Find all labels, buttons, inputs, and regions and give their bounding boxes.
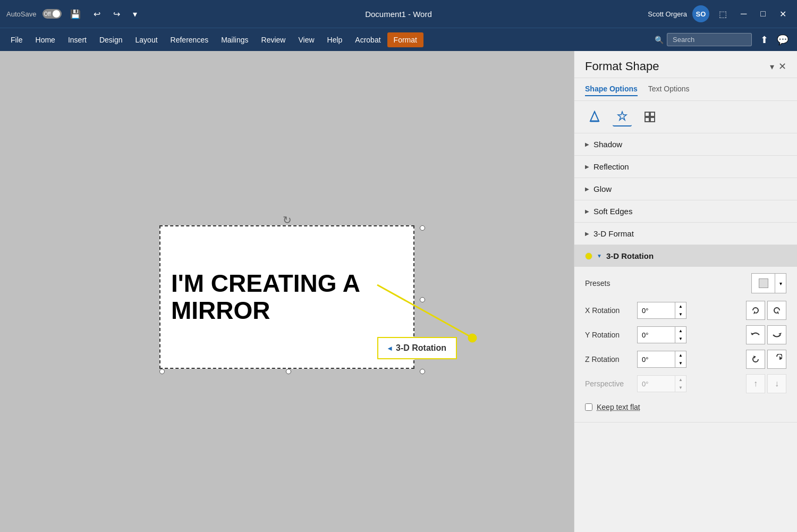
x-rotation-down[interactable]: ▼ [675,310,686,318]
z-rotation-up[interactable]: ▲ [675,351,686,359]
section-3d-format-header[interactable]: ▶ 3-D Format [574,223,797,244]
x-rotate-left-button[interactable] [746,301,765,320]
menu-help[interactable]: Help [321,32,349,47]
rotation-content: Presets ▾ X Rotation ▲ [574,267,797,422]
perspective-up-arrow-button[interactable]: ↑ [746,374,765,393]
keep-flat-row: Keep text flat [585,399,786,416]
tooltip-balloon: ◂ 3-D Rotation [377,337,457,359]
section-shadow: ▶ Shadow [574,133,797,156]
handle-mid-right[interactable] [420,297,425,302]
sidebar-collapse-button[interactable]: ▾ [770,61,774,72]
menu-home[interactable]: Home [29,32,62,47]
avatar-initials: SO [696,10,706,18]
z-rotate-counterclockwise-button[interactable] [746,350,765,369]
x-rotation-input[interactable] [638,302,675,318]
x-rotation-icon-btns [746,301,786,320]
text-box-content: I'M CREATING A MIRROR [171,270,360,324]
y-rotation-up[interactable]: ▲ [675,327,686,335]
y-rotate-left-button[interactable] [746,325,765,344]
section-reflection: ▶ Reflection [574,156,797,178]
document-canvas: ↻ I'M CREATING A MIRROR ◂ 3-D Rotation [0,51,574,532]
presets-preview [752,274,775,293]
tooltip-label: 3-D Rotation [396,343,446,353]
restore-button[interactable]: □ [756,7,770,21]
x-rotate-right-button[interactable] [767,301,786,320]
menu-file[interactable]: File [4,32,29,47]
y-rotation-down[interactable]: ▼ [675,335,686,343]
section-3d-rotation-header[interactable]: ▼ 3-D Rotation [574,245,797,267]
handle-bottom-left[interactable] [159,369,165,374]
z-rotation-input[interactable] [638,351,675,367]
minimize-button[interactable]: ─ [736,7,751,21]
z-rotation-input-group: ▲ ▼ [637,351,686,368]
keep-flat-checkbox[interactable] [585,403,592,411]
sidebar-tabs: Shape Options Text Options [574,78,797,101]
menu-acrobat[interactable]: Acrobat [349,32,387,47]
sidebar-icon-row [574,101,797,133]
section-shadow-header[interactable]: ▶ Shadow [574,133,797,155]
presets-dropdown-button[interactable]: ▾ [775,274,786,293]
close-button[interactable]: ✕ [775,7,791,21]
fill-line-icon-btn[interactable] [585,107,604,126]
menu-mailings[interactable]: Mailings [215,32,255,47]
autosave-toggle[interactable]: Off [43,9,62,19]
handle-bottom-right[interactable] [420,369,425,374]
redo-button[interactable]: ↪ [109,7,124,21]
tab-shape-options[interactable]: Shape Options [585,82,638,96]
perspective-down[interactable]: ▼ [675,384,686,392]
save-button[interactable]: 💾 [66,7,85,21]
menu-design[interactable]: Design [93,32,129,47]
presets-label: Presets [585,279,746,288]
perspective-input[interactable] [638,376,675,392]
glow-triangle-icon: ▶ [585,186,589,192]
tab-text-options[interactable]: Text Options [648,82,690,96]
avatar[interactable]: SO [692,5,709,22]
menu-insert[interactable]: Insert [62,32,93,47]
perspective-up[interactable]: ▲ [675,376,686,384]
y-rotation-icon-btns [746,325,786,344]
menu-layout[interactable]: Layout [129,32,164,47]
perspective-row: Perspective ▲ ▼ ↑ ↓ [585,374,786,393]
perspective-down-arrow-button[interactable]: ↓ [767,374,786,393]
handle-top-right[interactable] [420,225,425,231]
customize-qat-button[interactable]: ▾ [129,7,141,21]
share-button[interactable]: ⬆ [756,32,773,48]
menu-format[interactable]: Format [387,32,423,47]
handle-bottom-mid[interactable] [286,369,291,374]
svg-rect-4 [650,112,655,116]
yellow-dot-indicator [585,252,592,260]
y-rotation-row: Y Rotation ▲ ▼ [585,325,786,344]
svg-marker-10 [778,333,782,335]
rotate-handle[interactable]: ↻ [283,214,292,226]
text-box[interactable]: I'M CREATING A MIRROR [159,225,414,369]
layout-icon-btn[interactable] [640,107,659,126]
menu-review[interactable]: Review [255,32,292,47]
x-rotation-input-group: ▲ ▼ [637,302,686,319]
effects-icon-btn[interactable] [613,107,632,126]
z-rotate-clockwise-button[interactable] [767,350,786,369]
ribbon-display-button[interactable]: ⬚ [715,7,731,21]
3d-rotation-triangle-icon: ▼ [597,253,602,259]
section-soft-edges-header[interactable]: ▶ Soft Edges [574,200,797,222]
y-rotation-input[interactable] [638,327,675,343]
glow-label: Glow [593,184,612,193]
user-name: Scott Orgera [648,10,687,18]
z-rotation-row: Z Rotation ▲ ▼ [585,350,786,369]
z-rotation-spinners: ▲ ▼ [675,351,686,367]
y-rotate-right-button[interactable] [767,325,786,344]
section-glow-header[interactable]: ▶ Glow [574,178,797,200]
soft-edges-triangle-icon: ▶ [585,208,589,214]
search-input[interactable] [667,33,752,46]
svg-rect-3 [645,112,649,116]
menu-references[interactable]: References [164,32,215,47]
sidebar-close-button[interactable]: ✕ [778,61,786,72]
z-rotation-down[interactable]: ▼ [675,359,686,367]
reflection-triangle-icon: ▶ [585,164,589,170]
x-rotation-up[interactable]: ▲ [675,302,686,310]
menu-view[interactable]: View [292,32,320,47]
undo-button[interactable]: ↩ [89,7,105,21]
comments-button[interactable]: 💬 [773,32,793,48]
section-3d-format: ▶ 3-D Format [574,223,797,245]
section-reflection-header[interactable]: ▶ Reflection [574,156,797,178]
perspective-spinners: ▲ ▼ [675,376,686,392]
